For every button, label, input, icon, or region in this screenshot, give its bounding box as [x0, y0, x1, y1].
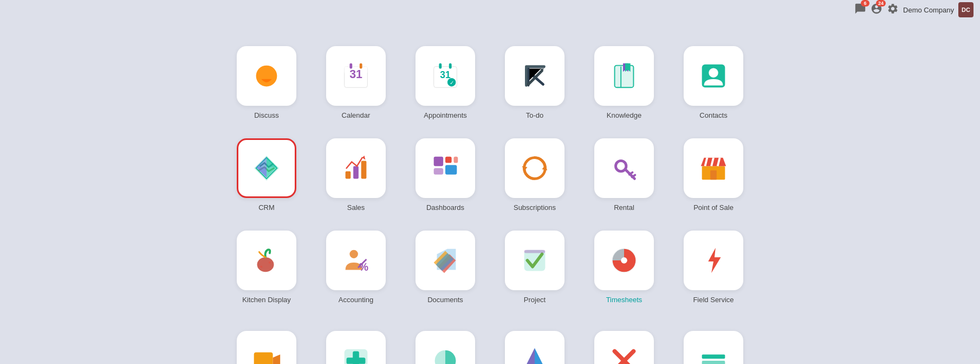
app-item-accounting[interactable]: % Accounting — [314, 222, 398, 309]
app-label-kitchendisplay: Kitchen Display — [242, 296, 291, 304]
app-label-contacts: Contacts — [699, 111, 727, 119]
app-item-fieldservice[interactable]: Field Service — [672, 222, 756, 309]
app-item-dashboards[interactable]: Dashboards — [404, 130, 488, 217]
app-item-subscriptions[interactable]: Subscriptions — [493, 130, 577, 217]
svg-rect-5 — [360, 63, 362, 69]
app-item-todo[interactable]: To-do — [493, 38, 577, 125]
svg-rect-24 — [346, 171, 351, 179]
svg-point-44 — [269, 261, 271, 264]
svg-point-42 — [257, 257, 274, 272]
svg-rect-11 — [449, 63, 452, 69]
company-name: Demo Company — [903, 6, 954, 14]
svg-rect-26 — [361, 161, 367, 178]
svg-point-20 — [709, 68, 718, 77]
app-item-row4a[interactable] — [225, 315, 309, 364]
svg-point-52 — [621, 257, 627, 264]
app-item-rental[interactable]: Rental — [582, 130, 666, 217]
support-icon[interactable] — [887, 3, 899, 17]
app-item-kitchendisplay[interactable]: Kitchen Display — [225, 222, 309, 309]
app-label-timesheets: Timesheets — [606, 296, 642, 304]
svg-rect-28 — [434, 157, 443, 166]
app-label-documents: Documents — [427, 296, 463, 304]
app-label-fieldservice: Field Service — [693, 296, 734, 304]
svg-text:31: 31 — [349, 68, 362, 81]
app-item-contacts[interactable]: Contacts — [672, 38, 756, 125]
activities-badge: 24 — [876, 0, 886, 7]
app-item-project[interactable]: Project — [493, 222, 577, 309]
app-label-calendar: Calendar — [342, 111, 371, 119]
topbar: 6 24 Demo Company DC — [854, 0, 980, 20]
app-label-discuss: Discuss — [254, 111, 279, 119]
app-label-sales: Sales — [347, 203, 365, 212]
app-item-documents[interactable]: Documents — [404, 222, 488, 309]
app-item-crm[interactable]: CRM — [225, 130, 309, 217]
app-item-discuss[interactable]: Discuss — [225, 38, 309, 125]
app-item-row4d[interactable] — [493, 315, 577, 364]
app-item-timesheets[interactable]: Timesheets — [582, 222, 666, 309]
svg-marker-35 — [522, 166, 528, 171]
app-item-knowledge[interactable]: Knowledge — [582, 38, 666, 125]
svg-marker-61 — [522, 348, 535, 364]
svg-rect-65 — [702, 361, 725, 364]
svg-rect-4 — [349, 63, 352, 69]
svg-marker-53 — [708, 248, 721, 273]
app-item-sales[interactable]: Sales — [314, 130, 398, 217]
app-label-crm: CRM — [258, 203, 275, 212]
svg-marker-55 — [273, 354, 281, 364]
svg-point-45 — [349, 250, 358, 259]
svg-point-0 — [256, 66, 277, 87]
app-label-dashboards: Dashboards — [426, 203, 464, 212]
app-item-row4e[interactable] — [582, 315, 666, 364]
app-label-accounting: Accounting — [339, 296, 373, 304]
app-item-row4b[interactable] — [314, 315, 398, 364]
messages-badge: 6 — [861, 0, 869, 7]
svg-marker-27 — [362, 156, 366, 160]
app-item-pointofsale[interactable]: Point of Sale — [672, 130, 756, 217]
app-item-appointments[interactable]: 31 ✓ Appointments — [404, 38, 488, 125]
svg-rect-30 — [445, 157, 452, 163]
svg-rect-10 — [439, 63, 442, 69]
activities-icon[interactable]: 24 — [871, 3, 882, 17]
svg-text:✓: ✓ — [450, 80, 454, 86]
app-label-rental: Rental — [614, 203, 634, 212]
svg-marker-34 — [542, 165, 548, 170]
svg-point-43 — [260, 266, 262, 268]
app-item-calendar[interactable]: 31 Calendar — [314, 38, 398, 125]
app-label-project: Project — [524, 296, 546, 304]
svg-rect-29 — [434, 168, 443, 175]
app-grid: Discuss 31 Calendar 31 ✓ App — [214, 27, 767, 364]
app-item-row4c[interactable] — [404, 315, 488, 364]
app-label-subscriptions: Subscriptions — [514, 203, 556, 212]
app-label-appointments: Appointments — [424, 111, 467, 119]
messages-icon[interactable]: 6 — [854, 3, 866, 17]
user-avatar[interactable]: DC — [958, 2, 973, 17]
svg-rect-54 — [254, 353, 273, 365]
svg-rect-41 — [710, 170, 717, 180]
app-label-knowledge: Knowledge — [607, 111, 641, 119]
app-label-todo: To-do — [526, 111, 544, 119]
app-label-pointofsale: Point of Sale — [693, 203, 734, 212]
svg-rect-58 — [347, 357, 366, 364]
svg-rect-49 — [524, 250, 546, 253]
svg-rect-31 — [445, 165, 457, 174]
svg-rect-32 — [454, 157, 458, 163]
svg-rect-64 — [702, 354, 725, 359]
svg-rect-25 — [353, 166, 359, 178]
app-item-row4f[interactable] — [672, 315, 756, 364]
svg-text:31: 31 — [440, 69, 451, 80]
